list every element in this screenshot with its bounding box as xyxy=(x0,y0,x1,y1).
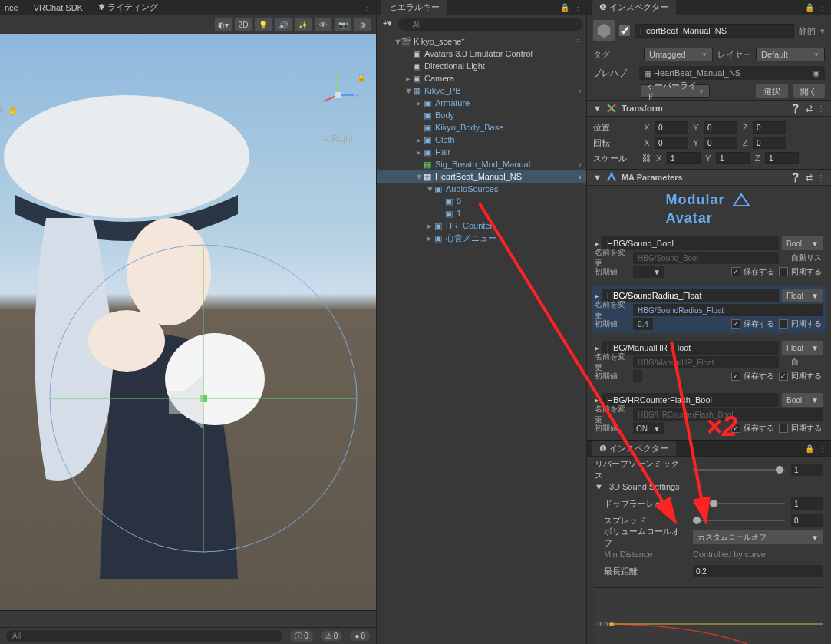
tag-dropdown[interactable]: Untagged▼ xyxy=(644,48,713,61)
visibility-toggle[interactable]: 👁 xyxy=(315,18,331,31)
sync-checkbox[interactable]: ✓ xyxy=(779,372,788,381)
type-dropdown[interactable]: Bool▼ xyxy=(782,393,823,407)
visibility-icon[interactable]: 👁 xyxy=(0,106,4,115)
kebab-icon[interactable]: ⋮ xyxy=(574,3,582,12)
rolloff-dropdown[interactable]: カスタムロールオフ▼ xyxy=(693,530,823,544)
default-dropdown[interactable]: ▼ xyxy=(633,266,664,278)
scene-view[interactable]: y z 🔒 ≡ Right 👁 ✋ xyxy=(0,34,376,610)
rolloff-curve-graph[interactable]: 1.0 xyxy=(595,587,823,644)
camera-toggle[interactable]: 📷 xyxy=(335,18,351,31)
maxdist-value-input[interactable]: 0.2 xyxy=(693,565,823,577)
hierarchy-search-input[interactable] xyxy=(398,18,583,31)
tree-item[interactable]: ▣Body xyxy=(377,109,586,121)
sync-checkbox[interactable] xyxy=(779,424,788,433)
menu-item[interactable]: nce xyxy=(5,3,18,12)
tree-item[interactable]: ▣0 xyxy=(377,195,586,207)
lock-icon[interactable]: 🔒 xyxy=(356,72,367,82)
scale-y-input[interactable] xyxy=(716,152,750,164)
tree-item[interactable]: ▼▦Kikyo_PB› xyxy=(377,84,586,97)
scale-z-input[interactable] xyxy=(765,152,799,164)
lock-icon[interactable]: 🔒 xyxy=(805,444,814,453)
inspector-lower-tab[interactable]: ❶ インスペクター xyxy=(592,441,676,456)
orientation-gizmo[interactable]: y z xyxy=(315,72,361,118)
help-icon[interactable]: ❔ xyxy=(790,104,801,114)
tree-item[interactable]: ▣Avatars 3.0 Emulator Control xyxy=(377,48,586,60)
spread-slider[interactable] xyxy=(693,520,785,521)
scale-x-input[interactable] xyxy=(667,152,701,164)
ma-parameter-row-selected[interactable]: ▸ HBG/SoundRadius_Float Float▼ 名前を変更HBG/… xyxy=(592,286,826,333)
kebab-icon[interactable]: ⋮ xyxy=(817,173,825,182)
tree-item[interactable]: ▸▣心音メニュー xyxy=(377,232,586,244)
scene-root[interactable]: ▼🎬 Kikyo_scene* ⋮ xyxy=(377,35,586,48)
menu-item-vrchat-sdk[interactable]: VRChat SDK xyxy=(34,3,83,12)
prefab-field[interactable]: ▦ HeartBeat_Manual_NS ◉ xyxy=(639,66,825,80)
ma-parameter-row[interactable]: ▸ HBG/HRCounterFlash_Bool Bool▼ 名前を変更HBG… xyxy=(592,390,826,438)
pos-y-input[interactable] xyxy=(704,121,737,134)
default-value-input[interactable] xyxy=(633,370,642,382)
inspector-tab[interactable]: ❶ インスペクター xyxy=(592,0,676,15)
lock-icon[interactable]: 🔒 xyxy=(560,3,569,12)
sync-checkbox[interactable] xyxy=(779,319,788,329)
rot-z-input[interactable] xyxy=(753,137,786,149)
pos-z-input[interactable] xyxy=(753,121,786,134)
tree-item[interactable]: ▣Kikyo_Body_Base xyxy=(377,121,586,134)
ma-parameter-row[interactable]: ▸ HBG/ManualHR_Float Float▼ 名前を変更HBG/Man… xyxy=(592,338,826,385)
2d-toggle[interactable]: 2D xyxy=(235,18,252,31)
hierarchy-tree[interactable]: ▼🎬 Kikyo_scene* ⋮ ▣Avatars 3.0 Emulator … xyxy=(377,34,586,644)
layer-dropdown[interactable]: Default▼ xyxy=(756,48,825,61)
hand-icon[interactable]: ✋ xyxy=(8,106,18,116)
help-icon[interactable]: ❔ xyxy=(790,173,801,183)
spread-value-input[interactable]: 0 xyxy=(791,514,823,527)
open-button[interactable]: 開く xyxy=(793,84,825,98)
type-dropdown[interactable]: Float▼ xyxy=(782,289,823,302)
override-dropdown[interactable]: オーバーライド▼ xyxy=(641,84,710,98)
tree-item[interactable]: ▸▣Armature xyxy=(377,97,586,109)
tree-item[interactable]: ▼▣AudioSources xyxy=(377,183,586,195)
select-button[interactable]: 選択 xyxy=(756,84,788,98)
tree-item[interactable]: ▸▣Cloth xyxy=(377,134,586,146)
default-dropdown[interactable]: ON▼ xyxy=(633,422,664,434)
tree-item-selected[interactable]: ▼▦HeartBeat_Manual_NS› xyxy=(377,170,586,183)
tree-item[interactable]: ▸▣Hair xyxy=(377,146,586,158)
rot-y-input[interactable] xyxy=(704,137,737,149)
kebab-icon[interactable]: ⋮ xyxy=(817,104,825,113)
tree-item[interactable]: ▦Sig_Breath_Mod_Manual› xyxy=(377,158,586,170)
lock-icon[interactable]: 🔒 xyxy=(805,3,814,12)
kebab-icon[interactable]: ⋮ xyxy=(364,3,371,12)
doppler-slider[interactable] xyxy=(693,503,785,504)
shading-dropdown[interactable]: ◐▾ xyxy=(215,18,232,31)
sync-checkbox[interactable] xyxy=(779,267,788,276)
type-dropdown[interactable]: Float▼ xyxy=(782,341,823,355)
constrain-icon[interactable]: ⛓ xyxy=(642,154,651,163)
gameobject-name-input[interactable] xyxy=(635,24,794,38)
reverb-value-input[interactable]: 1 xyxy=(791,464,823,476)
kebab-icon[interactable]: ⋮ xyxy=(574,38,582,46)
active-checkbox[interactable] xyxy=(619,25,630,36)
light-toggle[interactable]: 💡 xyxy=(255,18,272,31)
scene-search-input[interactable] xyxy=(6,630,282,642)
save-checkbox[interactable]: ✓ xyxy=(731,424,740,433)
save-checkbox[interactable]: ✓ xyxy=(731,267,740,276)
rot-x-input[interactable] xyxy=(655,137,688,149)
pos-x-input[interactable] xyxy=(655,121,688,134)
kebab-icon[interactable]: ⋮ xyxy=(819,444,826,453)
gizmo-toggle[interactable]: ⊕ xyxy=(354,18,371,31)
audio-toggle[interactable]: 🔊 xyxy=(275,18,292,31)
preset-icon[interactable]: ⇄ xyxy=(806,173,813,183)
tree-item[interactable]: ▣1 xyxy=(377,207,586,220)
transform-header[interactable]: ▼ Transform ❔ ⇄ ⋮ xyxy=(587,100,831,117)
hierarchy-tab[interactable]: ヒエラルキー xyxy=(381,0,447,15)
preset-icon[interactable]: ⇄ xyxy=(806,104,813,114)
kebab-icon[interactable]: ⋮ xyxy=(819,3,826,12)
tree-item[interactable]: ▸▣HR_Counter xyxy=(377,220,586,232)
add-button[interactable]: +▾ xyxy=(380,18,395,31)
reverb-slider[interactable] xyxy=(693,469,785,471)
object-picker-icon[interactable]: ◉ xyxy=(813,68,820,78)
tree-item[interactable]: ▣Directional Light xyxy=(377,60,586,72)
doppler-value-input[interactable]: 1 xyxy=(791,497,823,510)
tree-item[interactable]: ▸▣Camera xyxy=(377,72,586,84)
default-value-input[interactable]: 0.4 xyxy=(633,318,653,330)
save-checkbox[interactable]: ✓ xyxy=(731,372,740,381)
ma-parameter-row[interactable]: ▸ HBG/Sound_Bool Bool▼ 名前を変更HBG/Sound_Bo… xyxy=(592,233,826,281)
menu-item-lighting[interactable]: ✱ ライティング xyxy=(98,2,158,13)
